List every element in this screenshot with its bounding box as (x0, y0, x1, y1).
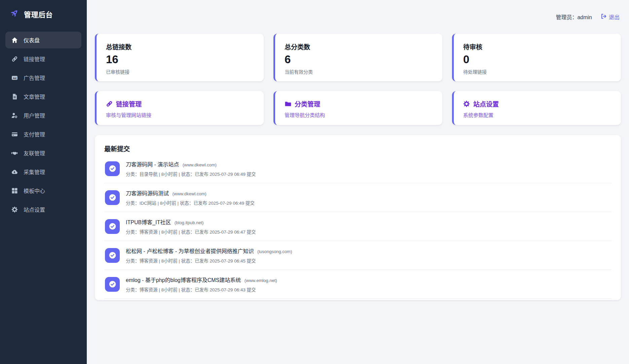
app-logo: 管理后台 (5, 7, 81, 21)
sidebar-item-friend-links[interactable]: 友联管理 (5, 145, 81, 161)
stat-title: 总链接数 (106, 42, 254, 51)
handshake-icon (11, 150, 18, 156)
check-circle-icon (105, 190, 120, 205)
svg-text:Ad: Ad (13, 76, 16, 79)
sidebar-item-articles[interactable]: 文章管理 (5, 88, 81, 105)
submission-meta: 分类：博客资源 | 8小时前 | 状态：已发布 2025-07-29 06:45… (126, 257, 292, 264)
sidebar-item-label: 站点设置 (24, 205, 45, 213)
sidebar-item-label: 友联管理 (24, 149, 45, 157)
stat-value: 6 (285, 53, 433, 66)
quick-card-title: 链接管理 (116, 99, 142, 108)
link-icon (11, 56, 18, 62)
sidebar-item-label: 广告管理 (24, 74, 45, 82)
quick-card-category-manage[interactable]: 分类管理 管理导航分类结构 (273, 91, 442, 125)
home-icon (11, 37, 18, 43)
submission-meta: 分类：博客资源 | 8小时前 | 状态：已发布 2025-07-29 06:47… (126, 228, 256, 235)
stat-value: 16 (106, 53, 254, 66)
submission-name: ITPUB博客_IT社区 (126, 219, 171, 225)
logout-icon (601, 13, 606, 21)
sidebar-item-payments[interactable]: 支付管理 (5, 126, 81, 143)
quick-card-site-settings[interactable]: 站点设置 系统参数配置 (452, 91, 621, 125)
submission-name: 刀客源码网 - 演示站点 (126, 162, 179, 167)
quick-card-subtitle: 系统参数配置 (463, 111, 612, 118)
submission-row[interactable]: ITPUB博客_IT社区 (blog.itpub.net) 分类：博客资源 | … (104, 212, 612, 241)
user-cog-icon (11, 112, 18, 119)
rocket-icon (7, 8, 20, 20)
stat-card-pending-review: 待审核 0 待处理链接 (452, 34, 621, 81)
check-circle-icon (105, 277, 120, 292)
submission-meta: 分类：博客资源 | 8小时前 | 状态：已发布 2025-07-29 06:43… (126, 286, 277, 293)
submission-row[interactable]: emlog - 基于php的blog博客程序及CMS建站系统 (www.emlo… (104, 270, 612, 299)
stat-card-total-links: 总链接数 16 已审核链接 (95, 34, 264, 81)
sidebar-item-users[interactable]: 用户管理 (5, 107, 81, 124)
admin-app: 管理后台 仪表盘 (0, 0, 629, 364)
quick-card-title: 分类管理 (295, 99, 320, 108)
gear-icon (11, 206, 18, 213)
stat-title: 待审核 (463, 42, 612, 51)
submission-row[interactable]: 松松网 - 卢松松博客 - 为草根创业者提供网络推广知识 (lusongsong… (104, 241, 612, 270)
quick-card-subtitle: 管理导航分类结构 (285, 111, 433, 118)
submission-meta: 分类：IDC网站 | 8小时前 | 状态：已发布 2025-07-29 06:4… (126, 199, 255, 206)
sidebar-item-label: 仪表盘 (24, 36, 40, 44)
topbar: 管理员：admin 退出 (95, 0, 621, 34)
quick-card-link-manage[interactable]: 链接管理 审核与管理网站链接 (95, 91, 264, 125)
submission-name: 松松网 - 卢松松博客 - 为草根创业者提供网络推广知识 (126, 248, 254, 254)
submission-domain: (blog.itpub.net) (175, 220, 204, 225)
check-circle-icon (105, 248, 120, 263)
cloud-download-icon (11, 169, 18, 175)
sidebar-item-templates[interactable]: 模板中心 (5, 182, 81, 199)
app-title: 管理后台 (24, 9, 53, 19)
template-grid-icon (11, 188, 18, 194)
stat-subtitle: 已审核链接 (106, 68, 254, 75)
check-circle-icon (105, 161, 120, 176)
stat-title: 总分类数 (285, 42, 433, 51)
submission-row[interactable]: 刀客源码源码测试 (www.dkewl.com) 分类：IDC网站 | 8小时前… (104, 183, 612, 212)
latest-submissions-panel: 最新提交 刀客源码网 - 演示站点 (www.dkewl.com) 分类：目录导… (95, 135, 621, 300)
quick-links-row: 链接管理 审核与管理网站链接 分类管理 管理导航分类结构 (95, 91, 621, 125)
submission-domain: (www.dkewl.com) (183, 162, 217, 167)
link-icon (106, 100, 113, 107)
check-circle-icon (105, 219, 120, 234)
sidebar-item-label: 模板中心 (24, 187, 45, 195)
submission-name: emlog - 基于php的blog博客程序及CMS建站系统 (126, 277, 241, 283)
gear-icon (463, 100, 470, 107)
admin-label: 管理员：admin (556, 13, 592, 21)
sidebar-nav: 仪表盘 链接管理 Ad (5, 32, 81, 218)
submission-meta: 分类：目录导航 | 8小时前 | 状态：已发布 2025-07-29 06:49… (126, 170, 256, 177)
sidebar-item-label: 文章管理 (24, 92, 45, 100)
sidebar-item-label: 支付管理 (24, 130, 45, 138)
stats-row: 总链接数 16 已审核链接 总分类数 6 当前有效分类 待审核 0 待处理链接 (95, 34, 621, 81)
credit-card-icon (11, 131, 18, 137)
sidebar-item-collect[interactable]: 采集管理 (5, 163, 81, 180)
panel-title: 最新提交 (104, 144, 612, 153)
submission-domain: (lusongsong.com) (257, 249, 292, 254)
main-content: 管理员：admin 退出 总链接数 16 已审核链接 总分类 (87, 0, 629, 364)
article-icon (11, 93, 18, 100)
quick-card-subtitle: 审核与管理网站链接 (106, 111, 254, 118)
quick-card-title: 站点设置 (473, 99, 499, 108)
logout-label: 退出 (609, 13, 620, 21)
stat-subtitle: 当前有效分类 (285, 68, 433, 75)
stat-subtitle: 待处理链接 (463, 68, 612, 75)
sidebar-item-dashboard[interactable]: 仪表盘 (5, 32, 81, 48)
sidebar-item-label: 用户管理 (24, 111, 45, 119)
sidebar: 管理后台 仪表盘 (0, 0, 87, 364)
submission-domain: (www.emlog.net) (245, 278, 277, 283)
submission-name: 刀客源码源码测试 (126, 191, 169, 196)
ad-icon: Ad (11, 75, 18, 81)
submission-domain: (www.dkewl.com) (172, 191, 206, 196)
stat-card-total-categories: 总分类数 6 当前有效分类 (273, 34, 442, 81)
sidebar-item-label: 采集管理 (24, 168, 45, 176)
sidebar-item-site-settings[interactable]: 站点设置 (5, 201, 81, 218)
logout-button[interactable]: 退出 (601, 13, 620, 21)
sidebar-item-ads[interactable]: Ad 广告管理 (5, 69, 81, 86)
stat-value: 0 (463, 53, 612, 66)
sidebar-item-label: 链接管理 (24, 55, 45, 63)
submission-row[interactable]: 刀客源码网 - 演示站点 (www.dkewl.com) 分类：目录导航 | 8… (104, 154, 612, 183)
sidebar-item-links[interactable]: 链接管理 (5, 50, 81, 67)
folder-icon (285, 100, 291, 107)
